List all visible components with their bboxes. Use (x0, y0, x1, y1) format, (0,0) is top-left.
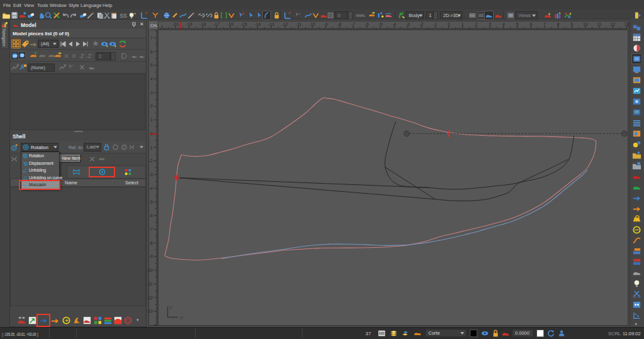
svg-text:-12: -12 (147, 296, 153, 300)
svg-text:13: 13 (624, 22, 629, 26)
svg-text:0: 0 (448, 22, 450, 26)
svg-text:-5: -5 (149, 200, 153, 204)
svg-text:10: 10 (583, 22, 588, 26)
svg-text:1: 1 (461, 22, 464, 26)
svg-text:-13: -13 (268, 22, 274, 26)
svg-text:-8: -8 (149, 241, 153, 245)
svg-text:-11: -11 (147, 282, 153, 286)
svg-text:-4: -4 (149, 186, 153, 191)
svg-text:Y: Y (169, 305, 173, 311)
svg-text:-7: -7 (149, 227, 153, 231)
svg-text:-15: -15 (241, 22, 247, 26)
svg-text:-3: -3 (149, 172, 153, 177)
svg-text:-14: -14 (254, 22, 260, 26)
svg-text:6: 6 (530, 22, 532, 26)
svg-text:-5: -5 (379, 22, 382, 26)
svg-text:-1: -1 (433, 22, 437, 26)
svg-text:7: 7 (150, 36, 153, 40)
svg-text:-10: -10 (147, 268, 153, 272)
svg-text:-10: -10 (309, 22, 315, 26)
svg-text:9: 9 (570, 22, 573, 26)
svg-text:X: X (180, 315, 184, 321)
svg-text:2: 2 (475, 22, 477, 26)
svg-text:6: 6 (150, 50, 153, 54)
svg-text:-18: -18 (199, 22, 206, 26)
svg-text:7: 7 (543, 22, 546, 26)
svg-text:8: 8 (557, 22, 560, 26)
svg-text:-11: -11 (296, 22, 302, 26)
svg-text:5: 5 (516, 22, 518, 26)
svg-text:-2: -2 (419, 22, 423, 26)
svg-text:-8: -8 (338, 22, 341, 26)
svg-text:-7: -7 (351, 22, 355, 26)
svg-text:-2: -2 (149, 158, 153, 163)
svg-text:2: 2 (150, 104, 153, 108)
svg-text:3: 3 (150, 91, 153, 95)
svg-text:-9: -9 (324, 22, 328, 26)
svg-text:4: 4 (502, 22, 505, 26)
svg-text:11: 11 (597, 22, 601, 26)
svg-text:5: 5 (150, 63, 153, 67)
svg-text:-13: -13 (147, 309, 153, 313)
svg-text:1: 1 (150, 118, 153, 122)
svg-text:-20: -20 (172, 22, 179, 26)
svg-text:-9: -9 (149, 254, 153, 258)
svg-text:-4: -4 (392, 22, 396, 26)
svg-text:3: 3 (489, 22, 491, 26)
svg-text:-1: -1 (149, 145, 153, 150)
svg-text:-19: -19 (186, 22, 192, 26)
svg-text:-16: -16 (227, 22, 233, 26)
svg-text:-3: -3 (406, 22, 409, 26)
svg-text:-12: -12 (282, 22, 288, 26)
svg-text:4: 4 (150, 77, 153, 81)
svg-text:12: 12 (611, 22, 616, 26)
svg-text:-6: -6 (365, 22, 369, 26)
svg-text:-6: -6 (149, 213, 153, 218)
svg-text:-17: -17 (213, 22, 219, 26)
